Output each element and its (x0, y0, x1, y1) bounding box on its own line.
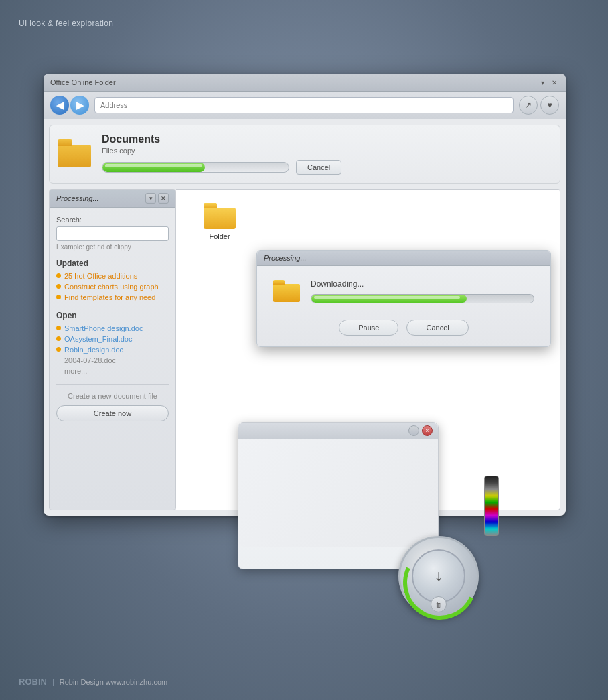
updated-item-3[interactable]: Find templates for any need (64, 293, 155, 301)
doc-info: Documents Files copy Cancel (102, 133, 552, 175)
download-progress-fill (311, 295, 467, 303)
list-item[interactable]: Find templates for any need (56, 293, 169, 301)
gray-item-2[interactable]: more... (64, 367, 87, 375)
sidebar-header-buttons: ▾ ✕ (145, 193, 169, 204)
documents-panel: Documents Files copy Cancel (49, 125, 560, 184)
forward-button[interactable]: ▶ (70, 96, 89, 115)
toolbar-actions: ↗ ♥ (519, 96, 559, 115)
updated-item-1[interactable]: 25 hot Office additions (64, 272, 137, 280)
create-label: Create a new document file (56, 392, 169, 400)
footer-divider: | (52, 678, 54, 686)
nav-buttons: ◀ ▶ (50, 96, 89, 115)
minimize-icon[interactable]: ▾ (538, 78, 547, 87)
doc-progress-container: Cancel (102, 160, 552, 175)
app-title: UI look & feel exploration (19, 19, 113, 28)
back-button[interactable]: ◀ (50, 96, 69, 115)
doc-progress-fill (102, 163, 205, 172)
list-item[interactable]: SmartPhone design.doc (56, 324, 169, 332)
doc-title: Documents (102, 133, 552, 145)
sidebar-divider (56, 384, 169, 385)
gray-item-1: 2004-07-28.doc (64, 356, 116, 364)
bullet-icon (56, 347, 61, 352)
sidebar: Processing... ▾ ✕ Search: Example: get r… (49, 189, 176, 510)
footer: ROBIN | Robin Design www.robinzhu.com (19, 677, 167, 687)
bullet-icon (56, 326, 61, 330)
download-info: Downloading... (311, 279, 534, 303)
download-progress-track (311, 294, 534, 303)
dialog-cancel-button[interactable]: Cancel (406, 320, 468, 336)
favorite-button[interactable]: ♥ (540, 96, 559, 115)
bullet-icon (56, 284, 61, 289)
color-strip (484, 476, 499, 536)
processing-dialog-header: Processing... (257, 251, 550, 266)
updated-section-title: Updated (56, 259, 169, 268)
sidebar-minimize-button[interactable]: ▾ (145, 193, 156, 204)
download-label: Downloading... (311, 279, 534, 289)
folder-icon (204, 203, 236, 230)
sidebar-header: Processing... ▾ ✕ (50, 190, 175, 208)
search-input[interactable] (56, 226, 169, 241)
circular-control: ↘ 🗑 (398, 476, 499, 616)
search-label: Search: (56, 216, 169, 224)
footer-company: Robin Design www.robinzhu.com (60, 678, 167, 686)
folder-item[interactable]: Folder (196, 203, 243, 240)
address-input[interactable] (94, 97, 514, 113)
footer-brand: ROBIN (19, 677, 47, 687)
open-list: SmartPhone design.doc OAsystem_Final.doc… (56, 324, 169, 375)
folder-label: Folder (209, 232, 230, 240)
doc-progress-track (102, 162, 289, 173)
sidebar-body: Search: Example: get rid of clippy Updat… (50, 208, 175, 429)
open-item-3[interactable]: Robin_design.doc (64, 346, 123, 354)
doc-subtitle: Files copy (102, 147, 552, 155)
list-item[interactable]: 25 hot Office additions (56, 272, 169, 280)
window-title: Office Online Folder (50, 78, 116, 86)
widget-header: – × (238, 423, 438, 439)
bullet-icon (56, 273, 61, 278)
list-item[interactable]: OAsystem_Final.doc (56, 335, 169, 343)
dial-outer[interactable]: ↘ 🗑 (398, 536, 479, 616)
pause-button[interactable]: Pause (339, 320, 398, 336)
updated-list: 25 hot Office additions Construct charts… (56, 272, 169, 301)
sidebar-close-button[interactable]: ✕ (158, 193, 169, 204)
create-now-button[interactable]: Create now (56, 405, 169, 421)
window-controls: ▾ ✕ (538, 78, 559, 87)
list-item[interactable]: Construct charts using graph (56, 283, 169, 291)
updated-item-2[interactable]: Construct charts using graph (64, 283, 159, 291)
processing-dialog-body: Downloading... (257, 266, 550, 317)
list-item[interactable]: more... (56, 367, 169, 375)
documents-folder-icon (58, 139, 92, 169)
list-item[interactable]: Robin_design.doc (56, 346, 169, 354)
sidebar-header-text: Processing... (56, 194, 99, 202)
list-item: 2004-07-28.doc (56, 356, 169, 364)
title-bar: Office Online Folder ▾ ✕ (44, 74, 566, 92)
search-example: Example: get rid of clippy (56, 243, 169, 251)
bullet-icon (56, 295, 61, 299)
bullet-icon (56, 336, 61, 341)
processing-dialog: Processing... Downloading... Pause Cance… (256, 250, 551, 347)
processing-dialog-buttons: Pause Cancel (257, 320, 550, 336)
download-folder-icon (273, 280, 300, 303)
open-item-2[interactable]: OAsystem_Final.doc (64, 335, 132, 343)
share-button[interactable]: ↗ (519, 96, 538, 115)
open-item-1[interactable]: SmartPhone design.doc (64, 324, 143, 332)
widget-minimize-button[interactable]: – (408, 425, 419, 436)
green-arc (393, 536, 487, 630)
open-section-title: Open (56, 311, 169, 320)
close-icon[interactable]: ✕ (550, 78, 559, 87)
doc-cancel-button[interactable]: Cancel (296, 160, 341, 175)
widget-close-button[interactable]: × (422, 425, 433, 436)
toolbar: ◀ ▶ ↗ ♥ (44, 92, 566, 119)
